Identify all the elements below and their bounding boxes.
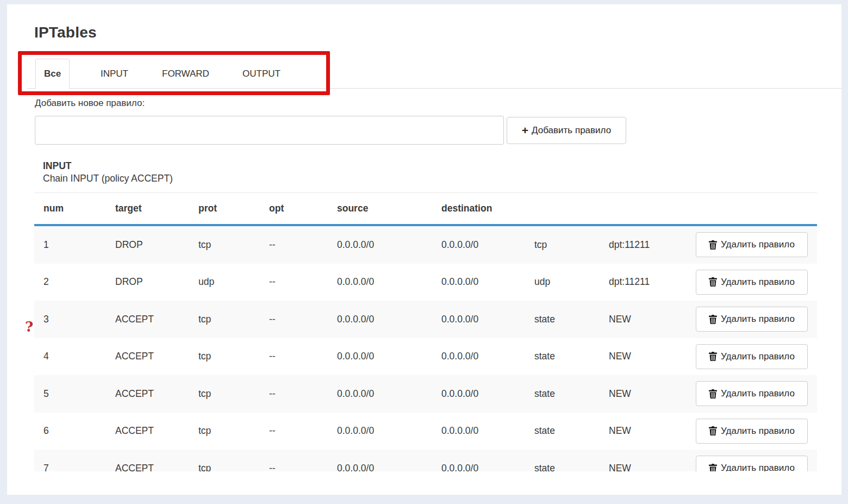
cell-prot: udp — [189, 276, 260, 288]
cell-target: ACCEPT — [106, 463, 189, 471]
tab-forward[interactable]: FORWARD — [162, 59, 209, 89]
cell-source: 0.0.0.0/0 — [328, 314, 432, 325]
cell-target: ACCEPT — [106, 314, 189, 325]
add-rule-button[interactable]: + Добавить правило — [507, 117, 626, 144]
section-chain-policy: Chain INPUT (policy ACCEPT) — [43, 173, 173, 184]
delete-rule-label: Удалить правило — [721, 463, 795, 471]
delete-rule-button[interactable]: Удалить правило — [696, 344, 808, 369]
content-card: IPTables Все INPUT FORWARD OUTPUT ? Доба… — [7, 4, 841, 495]
cell-source: 0.0.0.0/0 — [328, 425, 432, 437]
tab-bar: Все INPUT FORWARD OUTPUT — [27, 59, 841, 89]
trash-icon — [709, 464, 717, 471]
trash-icon — [709, 389, 717, 399]
trash-icon — [709, 277, 717, 287]
cell-extra2: dpt:11211 — [600, 276, 687, 288]
page-title: IPTables — [34, 24, 97, 41]
cell-actions: Удалить правило — [687, 270, 817, 295]
cell-source: 0.0.0.0/0 — [328, 351, 432, 362]
trash-icon — [709, 426, 717, 435]
cell-opt: -- — [260, 351, 328, 362]
delete-rule-button[interactable]: Удалить правило — [696, 307, 808, 332]
header-target: target — [106, 203, 189, 214]
trash-icon — [709, 315, 717, 324]
delete-rule-label: Удалить правило — [721, 314, 795, 325]
cell-destination: 0.0.0.0/0 — [432, 276, 525, 288]
cell-num: 7 — [34, 463, 106, 471]
delete-rule-button[interactable]: Удалить правило — [696, 381, 808, 406]
add-rule-button-label: Добавить правило — [532, 125, 611, 136]
cell-destination: 0.0.0.0/0 — [432, 425, 525, 437]
table-row: 5 ACCEPT tcp -- 0.0.0.0/0 0.0.0.0/0 stat… — [34, 375, 817, 413]
delete-rule-button[interactable]: Удалить правило — [696, 270, 808, 295]
cell-prot: tcp — [189, 463, 260, 471]
cell-prot: tcp — [189, 351, 260, 362]
cell-prot: tcp — [189, 425, 260, 437]
header-prot: prot — [189, 203, 260, 214]
table-body: 1 DROP tcp -- 0.0.0.0/0 0.0.0.0/0 tcp dp… — [34, 226, 817, 471]
trash-icon — [709, 352, 717, 361]
cell-extra1: state — [525, 388, 600, 400]
plus-icon: + — [522, 125, 528, 136]
tab-output[interactable]: OUTPUT — [242, 59, 280, 89]
delete-rule-button[interactable]: Удалить правило — [696, 232, 808, 257]
table-row: 1 DROP tcp -- 0.0.0.0/0 0.0.0.0/0 tcp dp… — [34, 226, 817, 264]
cell-destination: 0.0.0.0/0 — [432, 314, 525, 325]
cell-extra1: state — [525, 463, 600, 471]
header-num: num — [34, 203, 106, 214]
cell-extra2: NEW — [600, 463, 687, 471]
cell-destination: 0.0.0.0/0 — [432, 351, 525, 362]
section-chain-name: INPUT — [43, 160, 72, 172]
cell-actions: Удалить правило — [687, 381, 817, 406]
table-header-row: num target prot opt source destination — [34, 193, 817, 224]
cell-prot: tcp — [189, 314, 260, 325]
cell-source: 0.0.0.0/0 — [328, 388, 432, 400]
cell-num: 3 — [34, 314, 106, 325]
cell-destination: 0.0.0.0/0 — [432, 463, 525, 471]
cell-extra2: dpt:11211 — [600, 239, 687, 251]
cell-opt: -- — [260, 314, 328, 325]
cell-extra2: NEW — [600, 425, 687, 437]
cell-num: 6 — [34, 425, 106, 437]
cell-target: ACCEPT — [106, 425, 189, 437]
trash-icon — [709, 240, 717, 250]
cell-extra1: state — [525, 314, 600, 325]
cell-opt: -- — [260, 276, 328, 288]
cell-source: 0.0.0.0/0 — [328, 463, 432, 471]
tab-all[interactable]: Все — [35, 59, 70, 89]
cell-num: 4 — [34, 351, 106, 362]
add-rule-input[interactable] — [35, 116, 504, 145]
cell-opt: -- — [260, 425, 328, 437]
cell-extra1: state — [525, 425, 600, 437]
annotation-question-mark: ? — [25, 319, 33, 335]
header-destination: destination — [432, 203, 525, 214]
tab-input[interactable]: INPUT — [101, 59, 128, 89]
table-row: 4 ACCEPT tcp -- 0.0.0.0/0 0.0.0.0/0 stat… — [34, 338, 817, 376]
cell-extra2: NEW — [600, 314, 687, 325]
cell-source: 0.0.0.0/0 — [328, 239, 432, 251]
cell-extra1: state — [525, 351, 600, 362]
delete-rule-label: Удалить правило — [721, 239, 795, 250]
table-row: 3 ACCEPT tcp -- 0.0.0.0/0 0.0.0.0/0 stat… — [34, 301, 817, 338]
cell-extra2: NEW — [600, 351, 687, 362]
delete-rule-button[interactable]: Удалить правило — [696, 456, 808, 471]
cell-destination: 0.0.0.0/0 — [432, 239, 525, 251]
cell-source: 0.0.0.0/0 — [328, 276, 432, 288]
cell-actions: Удалить правило — [687, 232, 817, 257]
rules-table: num target prot opt source destination 1… — [34, 192, 817, 471]
delete-rule-button[interactable]: Удалить правило — [696, 419, 808, 444]
cell-actions: Удалить правило — [687, 419, 817, 444]
cell-opt: -- — [260, 239, 328, 251]
cell-target: DROP — [106, 239, 189, 251]
cell-opt: -- — [260, 463, 328, 471]
cell-num: 1 — [34, 239, 106, 251]
cell-extra1: udp — [525, 276, 600, 288]
header-source: source — [328, 203, 432, 214]
delete-rule-label: Удалить правило — [721, 388, 795, 399]
cell-actions: Удалить правило — [687, 344, 817, 369]
delete-rule-label: Удалить правило — [721, 426, 795, 437]
delete-rule-label: Удалить правило — [721, 351, 795, 362]
cell-num: 2 — [34, 276, 106, 288]
header-opt: opt — [260, 203, 328, 214]
cell-target: ACCEPT — [106, 388, 189, 400]
cell-target: DROP — [106, 276, 189, 288]
